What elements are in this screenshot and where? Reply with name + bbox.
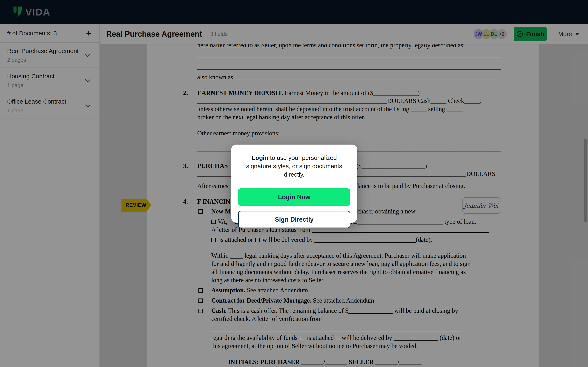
login-modal-message: Login to use your personalized signature… <box>238 154 350 179</box>
login-now-button[interactable]: Login Now <box>238 188 350 206</box>
sign-directly-button[interactable]: Sign Directly <box>238 211 350 228</box>
app-window: VIDA # of Documents: 3 + Real Purchase A… <box>0 0 588 367</box>
login-modal: Login to use your personalized signature… <box>231 145 357 223</box>
